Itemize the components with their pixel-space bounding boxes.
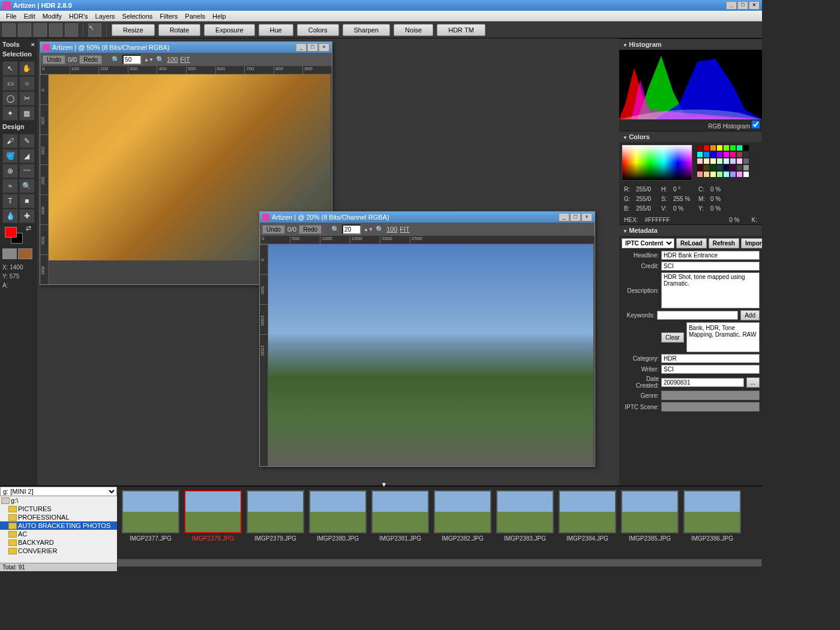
camera-icon[interactable]	[49, 23, 62, 37]
hand-tool-icon[interactable]: ✋	[19, 61, 35, 76]
keywords-input[interactable]	[657, 311, 738, 320]
gray-swatch[interactable]	[2, 248, 17, 259]
doc2-image[interactable]	[268, 244, 593, 466]
restore-button[interactable]: □	[737, 1, 748, 10]
thumbnail[interactable]: IMGP2383.JPG	[496, 490, 554, 555]
add-keyword-button[interactable]: Add	[740, 310, 760, 320]
toolbar-sharpen[interactable]: Sharpen	[343, 24, 391, 36]
thumbnail[interactable]: IMGP2384.JPG	[559, 490, 616, 555]
menu-filters[interactable]: Filters	[156, 11, 181, 21]
undo-button[interactable]: Undo	[262, 225, 285, 234]
folder-item[interactable]: CONVERIER	[0, 547, 117, 555]
toolbar-resize[interactable]: Resize	[112, 24, 155, 36]
folder-item[interactable]: AUTO BRACKETING PHOTOS	[0, 521, 117, 530]
metadata-panel-title[interactable]: Metadata	[619, 225, 762, 236]
marquee-tool-icon[interactable]: ▭	[2, 76, 18, 91]
tools-close-icon[interactable]: ×	[31, 41, 35, 48]
pattern-swatch[interactable]	[18, 248, 32, 259]
print-icon[interactable]	[65, 23, 78, 37]
writer-input[interactable]	[661, 365, 760, 374]
toolbar-colors[interactable]: Colors	[297, 24, 339, 36]
undo-button[interactable]: Undo	[43, 55, 65, 64]
headline-input[interactable]	[661, 251, 760, 260]
zoom-fit[interactable]: FIT	[180, 56, 190, 63]
folder-item[interactable]: PICTURES	[0, 505, 117, 513]
new-icon[interactable]	[2, 23, 16, 37]
folder-item[interactable]: BACKYARD	[0, 538, 117, 547]
folder-item[interactable]: AC	[0, 530, 117, 538]
clear-keywords-button[interactable]: Clear	[661, 332, 684, 343]
histogram-checkbox[interactable]	[752, 121, 760, 128]
zoom-100[interactable]: 100	[167, 56, 178, 63]
crop-tool-icon[interactable]: ✂	[19, 91, 35, 106]
gradient-tool-icon[interactable]: ◢	[19, 149, 35, 163]
toolbar-hdr-tm[interactable]: HDR TM	[437, 24, 485, 36]
metadata-source-select[interactable]: IPTC Content	[622, 238, 674, 248]
menu-panels[interactable]: Panels	[181, 11, 209, 21]
lasso-tool-icon[interactable]: ◯	[2, 91, 18, 106]
doc-min-icon[interactable]: _	[559, 213, 569, 221]
zoom-out-icon[interactable]: 🔍	[112, 56, 120, 64]
thumbnail[interactable]: IMGP2386.JPG	[683, 490, 741, 555]
import-button[interactable]: Import	[741, 238, 762, 248]
zoom-input[interactable]	[342, 224, 361, 235]
shape-tool-icon[interactable]: ■	[19, 194, 35, 208]
zoom-stepper-icon[interactable]: ▲▼	[364, 227, 373, 232]
select-tool-icon[interactable]: ▦	[19, 106, 35, 121]
doc-close-icon[interactable]: ×	[319, 43, 329, 52]
thumbnail[interactable]: IMGP2382.JPG	[434, 490, 491, 555]
menu-help[interactable]: Help	[209, 11, 230, 21]
save-icon[interactable]	[34, 23, 47, 37]
close-button[interactable]: ×	[749, 1, 760, 10]
thumbnail-scrollbar[interactable]	[117, 559, 762, 567]
thumbnail[interactable]: IMGP2378.JPG	[184, 490, 242, 555]
toolbar-hue[interactable]: Hue	[259, 24, 293, 36]
zoom-tool-icon[interactable]: 🔍	[19, 179, 35, 193]
color-swatches[interactable]	[697, 145, 751, 178]
menu-modify[interactable]: Modify	[39, 11, 65, 21]
redo-button[interactable]: Redo	[299, 225, 322, 234]
zoom-100[interactable]: 100	[386, 226, 397, 233]
eyedrop-tool-icon[interactable]: 💧	[2, 209, 18, 223]
doc-max-icon[interactable]: □	[570, 213, 581, 221]
thumbnail[interactable]: IMGP2380.JPG	[309, 490, 367, 555]
zoom-in-icon[interactable]: 🔍	[376, 226, 384, 233]
thumbnail[interactable]: IMGP2385.JPG	[621, 490, 679, 555]
swap-colors-icon[interactable]: ⇄	[26, 224, 31, 232]
arrow-tool-icon[interactable]: ↖	[2, 61, 18, 76]
toolbar-noise[interactable]: Noise	[394, 24, 433, 36]
redo-button[interactable]: Redo	[79, 55, 102, 64]
menu-selections[interactable]: Selections	[119, 11, 157, 21]
foreground-color[interactable]	[5, 227, 17, 238]
date-picker-button[interactable]: ...	[746, 377, 760, 388]
pointer-icon[interactable]: ↖	[88, 23, 101, 37]
clone-tool-icon[interactable]: ⊕	[2, 164, 18, 178]
fill-tool-icon[interactable]: 🪣	[2, 149, 18, 163]
zoom-fit[interactable]: FIT	[400, 226, 410, 233]
zoom-input[interactable]	[122, 55, 142, 65]
menu-file[interactable]: File	[2, 11, 20, 21]
text-tool-icon[interactable]: T	[2, 194, 18, 208]
pencil-tool-icon[interactable]: ✎	[19, 134, 35, 148]
toolbar-exposure[interactable]: Exposure	[204, 24, 254, 36]
menu-hdr's[interactable]: HDR's	[65, 11, 91, 21]
drive-select[interactable]: g: [MINI 2]	[0, 487, 117, 496]
menu-layers[interactable]: Layers	[92, 11, 119, 21]
toolbar-rotate[interactable]: Rotate	[158, 24, 200, 36]
thumbnail[interactable]: IMGP2381.JPG	[371, 490, 429, 555]
color-picker[interactable]	[622, 145, 692, 181]
reload-button[interactable]: ReLoad	[676, 238, 707, 248]
open-icon[interactable]	[18, 23, 31, 37]
category-input[interactable]	[661, 354, 760, 363]
doc-max-icon[interactable]: □	[307, 43, 318, 52]
zoom-out-icon[interactable]: 🔍	[331, 226, 340, 233]
histogram-panel-title[interactable]: Histogram	[619, 39, 762, 50]
brush-tool-icon[interactable]: 🖌	[2, 134, 18, 148]
zoom-in-icon[interactable]: 🔍	[156, 56, 164, 64]
date-input[interactable]	[661, 378, 744, 387]
folder-root[interactable]: g:\	[0, 496, 117, 505]
thumbnail[interactable]: IMGP2377.JPG	[122, 490, 179, 555]
colors-panel-title[interactable]: Colors	[619, 131, 762, 142]
document-window-2[interactable]: Artizen | @ 20% (8 Bits/Channel RGBA) _□…	[259, 211, 595, 467]
refresh-button[interactable]: Refresh	[709, 238, 739, 248]
